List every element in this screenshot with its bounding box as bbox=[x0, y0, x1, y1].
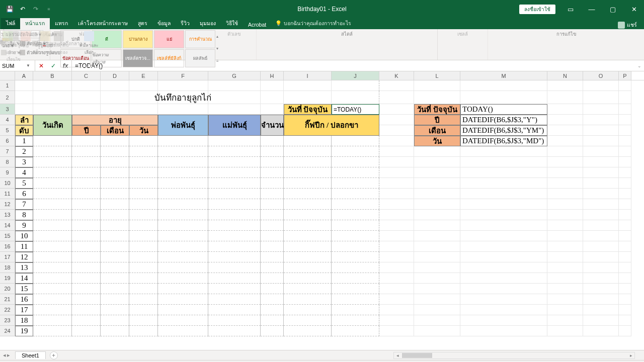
row-header[interactable]: 21 bbox=[0, 294, 15, 305]
cell-L22[interactable] bbox=[414, 305, 460, 315]
col-header-N[interactable]: N bbox=[547, 71, 583, 80]
cell-L2[interactable] bbox=[414, 91, 460, 104]
cell-G7[interactable] bbox=[208, 146, 261, 157]
cell-H18[interactable] bbox=[261, 262, 284, 273]
cell-N6[interactable] bbox=[547, 136, 583, 146]
cell-G14[interactable] bbox=[208, 220, 261, 231]
cell-O2[interactable] bbox=[583, 91, 619, 104]
cell-M3[interactable]: TODAY() bbox=[460, 104, 547, 115]
cell-C16[interactable] bbox=[72, 241, 101, 252]
cell-H3[interactable] bbox=[261, 104, 284, 115]
cell-B10[interactable] bbox=[33, 178, 72, 189]
cell-P8[interactable] bbox=[619, 157, 631, 167]
cell-D17[interactable] bbox=[101, 252, 129, 262]
cell-D16[interactable] bbox=[101, 241, 129, 252]
cell-O14[interactable] bbox=[583, 220, 619, 231]
cell-L12[interactable] bbox=[414, 199, 460, 210]
cell-P3[interactable] bbox=[619, 104, 631, 115]
cell-L5[interactable]: เดือน bbox=[414, 125, 460, 136]
cell-L9[interactable] bbox=[414, 167, 460, 178]
cell-K5[interactable] bbox=[379, 125, 414, 136]
cell-P17[interactable] bbox=[619, 252, 631, 262]
row-header[interactable]: 12 bbox=[0, 199, 15, 210]
tell-me[interactable]: 💡บอกฉันว่าคุณต้องการทำอะไร bbox=[271, 18, 355, 29]
cell-E7[interactable] bbox=[129, 146, 158, 157]
cell-O1[interactable] bbox=[583, 80, 619, 91]
cell-D13[interactable] bbox=[101, 210, 129, 220]
cell-I1[interactable] bbox=[284, 80, 332, 91]
tab-acrobat[interactable]: Acrobat bbox=[243, 20, 271, 29]
cell-F24[interactable] bbox=[158, 326, 208, 336]
cell-N19[interactable] bbox=[547, 273, 583, 284]
col-header-M[interactable]: M bbox=[460, 71, 547, 80]
cell-K9[interactable] bbox=[379, 167, 414, 178]
cell-N18[interactable] bbox=[547, 262, 583, 273]
cell-K14[interactable] bbox=[379, 220, 414, 231]
cell-E9[interactable] bbox=[129, 167, 158, 178]
row-header[interactable]: 19 bbox=[0, 273, 15, 284]
cell-P22[interactable] bbox=[619, 305, 631, 315]
cell-C12[interactable] bbox=[72, 199, 101, 210]
cell-J6[interactable] bbox=[332, 136, 379, 146]
cell-H13[interactable] bbox=[261, 210, 284, 220]
cell-J2[interactable] bbox=[332, 91, 379, 104]
cell-P23[interactable] bbox=[619, 315, 631, 326]
cell-M14[interactable] bbox=[460, 220, 547, 231]
cell-I23[interactable] bbox=[284, 315, 332, 326]
share-user[interactable]: แชร์ bbox=[618, 21, 644, 29]
cell-L6[interactable]: วัน bbox=[414, 136, 460, 146]
cell-A15[interactable]: 10 bbox=[15, 231, 33, 241]
grid[interactable]: 12บันทึกอายุลูกไก่3วันที่ ปัจจุบัน=TODAY… bbox=[0, 80, 644, 350]
cell-L16[interactable] bbox=[414, 241, 460, 252]
cell-G1[interactable] bbox=[208, 80, 261, 91]
cell-H4[interactable]: จำนวน bbox=[261, 115, 284, 136]
cell-E1[interactable] bbox=[129, 80, 158, 91]
cell-D3[interactable] bbox=[101, 104, 129, 115]
cell-N16[interactable] bbox=[547, 241, 583, 252]
cell-G3[interactable] bbox=[208, 104, 261, 115]
cell-O13[interactable] bbox=[583, 210, 619, 220]
cell-O18[interactable] bbox=[583, 262, 619, 273]
cell-M6[interactable]: DATEDIF(B6,$J$3,"MD") bbox=[460, 136, 547, 146]
cell-J15[interactable] bbox=[332, 231, 379, 241]
cell-H21[interactable] bbox=[261, 294, 284, 305]
cell-E23[interactable] bbox=[129, 315, 158, 326]
cell-B11[interactable] bbox=[33, 189, 72, 199]
cell-I4[interactable]: กิ๊ฟปีก / ปลอกขา bbox=[284, 115, 379, 136]
cell-C22[interactable] bbox=[72, 305, 101, 315]
col-header-L[interactable]: L bbox=[414, 71, 460, 80]
cell-F15[interactable] bbox=[158, 231, 208, 241]
cell-I11[interactable] bbox=[284, 189, 332, 199]
col-header-A[interactable]: A bbox=[15, 71, 33, 80]
tab-pagelayout[interactable]: เค้าโครงหน้ากระดาษ bbox=[73, 17, 133, 29]
cell-E8[interactable] bbox=[129, 157, 158, 167]
cell-C4[interactable]: อายุ bbox=[72, 115, 158, 125]
cell-D18[interactable] bbox=[101, 262, 129, 273]
cell-H22[interactable] bbox=[261, 305, 284, 315]
cell-B15[interactable] bbox=[33, 231, 72, 241]
cell-K18[interactable] bbox=[379, 262, 414, 273]
cell-C9[interactable] bbox=[72, 167, 101, 178]
cell-I17[interactable] bbox=[284, 252, 332, 262]
cell-J9[interactable] bbox=[332, 167, 379, 178]
cell-B18[interactable] bbox=[33, 262, 72, 273]
cell-M5[interactable]: DATEDIF(B6,$J$3,"YM") bbox=[460, 125, 547, 136]
cell-O24[interactable] bbox=[583, 326, 619, 336]
cell-D15[interactable] bbox=[101, 231, 129, 241]
cell-K24[interactable] bbox=[379, 326, 414, 336]
cell-L17[interactable] bbox=[414, 252, 460, 262]
row-header[interactable]: 16 bbox=[0, 241, 15, 252]
cell-G15[interactable] bbox=[208, 231, 261, 241]
signin-button[interactable]: ลงชื่อเข้าใช้ bbox=[519, 5, 555, 14]
cell-F18[interactable] bbox=[158, 262, 208, 273]
cell-D11[interactable] bbox=[101, 189, 129, 199]
select-all-button[interactable] bbox=[0, 71, 15, 80]
cell-B13[interactable] bbox=[33, 210, 72, 220]
cell-D5[interactable]: เดือน bbox=[101, 125, 129, 136]
cell-N4[interactable] bbox=[547, 115, 583, 125]
clear-button[interactable]: ล้าง ▾ bbox=[0, 48, 42, 57]
cell-F2[interactable]: บันทึกอายุลูกไก่ bbox=[158, 91, 208, 104]
cell-C5[interactable]: ปี bbox=[72, 125, 101, 136]
cell-N20[interactable] bbox=[547, 284, 583, 294]
cell-G20[interactable] bbox=[208, 284, 261, 294]
